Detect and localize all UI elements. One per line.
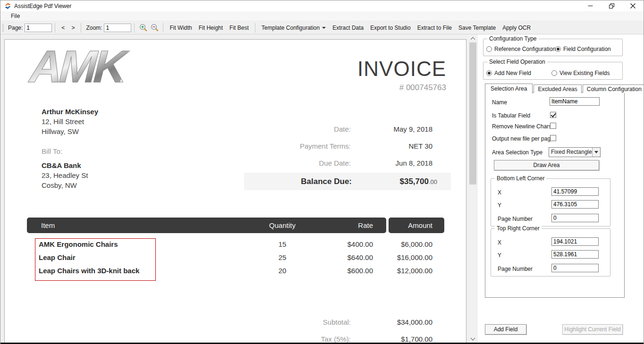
tab-strip: Selection Area Excluded Areas Column Con…	[485, 83, 644, 93]
scroll-up-button[interactable]	[468, 34, 478, 42]
pdf-page: AMK INVOICE # 000745763 Arthur McKinsey …	[4, 39, 466, 343]
invoice-meta: Date: May 9, 2018 Payment Terms: NET 30 …	[244, 125, 432, 168]
blc-x-input[interactable]	[551, 187, 599, 196]
page-input[interactable]	[25, 24, 52, 32]
next-page-button[interactable]: >	[68, 22, 78, 34]
restore-button[interactable]	[601, 0, 622, 11]
amk-logo: AMK	[25, 42, 130, 91]
template-configuration-dropdown[interactable]: Template Configuration	[258, 22, 329, 34]
date-label: Date:	[244, 125, 351, 134]
combo-dropdown-button[interactable]	[592, 148, 600, 157]
radio-field-configuration[interactable]: Field Configuration	[555, 46, 611, 52]
balance-due-row: Balance Due: $35,700.00	[244, 173, 451, 190]
date-value: May 9, 2018	[351, 125, 432, 134]
prev-page-button[interactable]: <	[58, 22, 68, 34]
tax-label: Tax (5%):	[244, 335, 351, 343]
fit-width-button[interactable]: Fit Width	[166, 22, 195, 34]
zoom-out-button[interactable]	[149, 23, 160, 33]
invoice-totals: Subtotal: $34,000.00 Tax (5%): $1,700.00	[244, 318, 432, 343]
chevron-up-icon	[471, 37, 475, 42]
trc-page-number-input[interactable]	[551, 264, 599, 272]
menu-bar: File	[0, 11, 644, 21]
fit-best-button[interactable]: Fit Best	[226, 22, 252, 34]
blc-page-number-input[interactable]	[551, 214, 599, 222]
is-tabular-field-checkbox[interactable]	[550, 112, 556, 118]
tab-selection-area[interactable]: Selection Area	[485, 84, 533, 93]
page-label: Page:	[8, 25, 23, 31]
toolbar: Page: < > Zoom: Fit Width Fit Height	[0, 21, 644, 34]
due-date-value: Jun 8, 2018	[351, 159, 432, 168]
header-rate: Rate	[318, 221, 386, 229]
radio-reference-configuration[interactable]: Reference Configuration	[486, 46, 556, 52]
tab-excluded-areas[interactable]: Excluded Areas	[534, 84, 581, 93]
menu-file[interactable]: File	[8, 12, 23, 20]
invoice-number: # 000745763	[357, 83, 446, 92]
minimize-icon	[588, 3, 593, 8]
area-selection-type-label: Area Selection Type	[492, 149, 542, 156]
configuration-type-group: Configuration Type Reference Configurati…	[483, 39, 623, 56]
zoom-in-button[interactable]	[137, 23, 149, 33]
zoom-out-icon	[151, 24, 159, 32]
area-selection-type-dropdown[interactable]: Fixed Rectangle	[549, 147, 601, 157]
balance-due-value: $35,700.00	[352, 177, 451, 186]
subtotal-label: Subtotal:	[244, 318, 351, 327]
draw-area-button[interactable]: Draw Area	[494, 160, 599, 170]
scrollbar-thumb[interactable]	[469, 42, 476, 185]
radio-icon	[486, 70, 492, 76]
chevron-down-icon	[594, 151, 598, 153]
title-bar: AssistEdge Pdf Viewer	[0, 0, 644, 11]
restore-icon	[609, 3, 614, 8]
table-header: Item Quantity Rate Amount	[27, 218, 444, 233]
subtotal-value: $34,000.00	[351, 318, 432, 327]
balance-due-label: Balance Due:	[244, 177, 352, 186]
bill-to-address: CB&A Bank 23, Headley St Cosby, NW	[42, 160, 88, 190]
bill-to-label: Bill To:	[42, 147, 62, 155]
minimize-button[interactable]	[580, 0, 601, 11]
save-template-button[interactable]: Save Template	[455, 22, 499, 34]
assistedge-logo-icon	[4, 2, 11, 9]
field-operation-group: Select Field Operation Add New Field Vie…	[483, 62, 623, 80]
remove-newline-chars-checkbox[interactable]	[550, 123, 556, 129]
close-icon	[630, 3, 636, 8]
output-new-file-label: Output new file per page	[492, 135, 554, 142]
toolbar-grip[interactable]	[2, 24, 4, 32]
tab-column-configuration[interactable]: Column Configuration	[583, 84, 644, 93]
scroll-down-button[interactable]	[468, 335, 478, 343]
window-title: AssistEdge Pdf Viewer	[14, 3, 71, 9]
bottom-left-corner-group: Bottom Left Corner X Y Page Number	[491, 178, 610, 227]
radio-view-existing-fields[interactable]: View Existing Fields	[551, 70, 610, 76]
header-amount: Amount	[389, 218, 444, 233]
trc-x-label: X	[498, 239, 501, 246]
zoom-in-icon	[139, 24, 147, 32]
sender-address: Arthur McKinsey 12, Hill Street Hillway,…	[42, 107, 98, 136]
export-to-studio-button[interactable]: Export to Studio	[367, 22, 414, 34]
name-input[interactable]	[550, 97, 600, 106]
zoom-label: Zoom:	[86, 25, 102, 31]
payment-terms-value: NET 30	[351, 142, 432, 151]
tax-value: $1,700.00	[351, 335, 432, 343]
due-date-label: Due Date:	[244, 159, 351, 168]
vertical-scrollbar[interactable]	[468, 34, 478, 343]
zoom-input[interactable]	[104, 24, 131, 32]
extract-data-button[interactable]: Extract Data	[329, 22, 367, 34]
output-new-file-checkbox[interactable]	[550, 135, 556, 141]
payment-terms-label: Payment Terms:	[244, 142, 351, 151]
apply-ocr-button[interactable]: Apply OCR	[499, 22, 534, 34]
add-field-button[interactable]: Add Field	[485, 324, 526, 335]
extract-to-file-button[interactable]: Extract to File	[414, 22, 455, 34]
selection-area-tab-page: Name Is Tabular Field Remove Newline Cha…	[485, 92, 625, 298]
field-selection-rectangle[interactable]	[35, 238, 156, 281]
radio-icon	[555, 46, 561, 52]
main-area: AMK INVOICE # 000745763 Arthur McKinsey …	[0, 34, 644, 343]
radio-icon	[486, 46, 492, 52]
header-item: Item	[27, 221, 247, 229]
radio-add-new-field[interactable]: Add New Field	[486, 70, 531, 76]
close-button[interactable]	[622, 0, 644, 11]
trc-x-input[interactable]	[551, 237, 599, 246]
fit-height-button[interactable]: Fit Height	[195, 22, 226, 34]
trc-y-label: Y	[498, 252, 501, 259]
blc-y-input[interactable]	[551, 200, 599, 209]
blc-x-label: X	[498, 189, 501, 196]
configuration-panel: Configuration Type Reference Configurati…	[478, 34, 644, 343]
trc-y-input[interactable]	[551, 250, 599, 259]
